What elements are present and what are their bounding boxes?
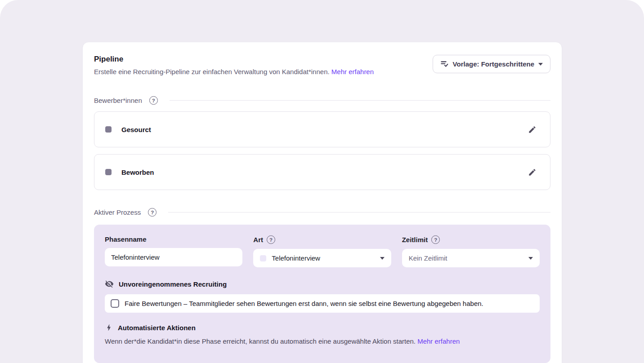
card-header: Pipeline Erstelle eine Recruiting-Pipeli… [94, 55, 550, 75]
fair-reviews-row: Faire Bewertungen – Teammitglieder sehen… [105, 294, 540, 313]
app-background: Pipeline Erstelle eine Recruiting-Pipeli… [0, 0, 644, 363]
phase-type-select[interactable]: Telefoninterview [253, 249, 391, 267]
page-title: Pipeline [94, 55, 374, 64]
page-subtitle: Erstelle eine Recruiting-Pipeline zur ei… [94, 68, 374, 75]
drag-handle-icon[interactable] [105, 169, 112, 175]
time-limit-field: Zeitlimit ? Kein Zeitlimit [402, 235, 540, 267]
section-divider [170, 100, 550, 101]
time-limit-value: Kein Zeitlimit [409, 254, 523, 262]
header-text: Pipeline Erstelle eine Recruiting-Pipeli… [94, 55, 374, 75]
phase-name-field: Phasenname [105, 235, 242, 267]
subtitle-text: Erstelle eine Recruiting-Pipeline zur ei… [94, 68, 330, 75]
lightning-bolt-icon [105, 323, 113, 332]
phase-type-value: Telefoninterview [272, 254, 374, 262]
stage-name: Gesourct [121, 126, 151, 133]
help-icon[interactable]: ? [148, 208, 157, 217]
eye-off-icon [105, 279, 114, 288]
phase-editor-panel: Phasenname Art ? Telefoninterview [94, 225, 550, 363]
phase-type-field: Art ? Telefoninterview [253, 235, 391, 267]
active-process-section-label: Aktiver Prozess [94, 208, 141, 216]
learn-more-link[interactable]: Mehr erfahren [331, 68, 374, 75]
template-select-button[interactable]: Vorlage: Fortgeschrittene [433, 55, 550, 73]
section-applicants: Bewerber*innen ? [94, 96, 550, 105]
pencil-icon [528, 168, 537, 177]
chevron-down-icon [538, 63, 543, 66]
time-limit-label: Zeitlimit ? [402, 235, 540, 244]
list-check-icon [440, 60, 449, 68]
pencil-icon [528, 125, 537, 134]
time-limit-select[interactable]: Kein Zeitlimit [402, 249, 540, 267]
phase-name-label: Phasenname [105, 235, 242, 243]
stage-row-gesourct[interactable]: Gesourct [94, 111, 550, 147]
stage-row-beworben[interactable]: Beworben [94, 154, 550, 190]
help-icon[interactable]: ? [431, 235, 440, 244]
fair-reviews-label: Faire Bewertungen – Teammitglieder sehen… [125, 300, 483, 307]
automated-actions-description: Wenn der*die Kandidat*in diese Phase err… [105, 337, 540, 345]
phase-fields: Phasenname Art ? Telefoninterview [105, 235, 540, 267]
help-icon[interactable]: ? [267, 235, 275, 244]
section-active-process: Aktiver Prozess ? [94, 208, 550, 217]
automated-actions-title: Automatisierte Aktionen [105, 323, 540, 332]
template-button-label: Vorlage: Fortgeschrittene [453, 60, 534, 68]
chevron-down-icon [528, 257, 533, 260]
applicants-section-label: Bewerber*innen [94, 97, 142, 104]
phase-type-label: Art ? [253, 235, 391, 244]
chevron-down-icon [380, 257, 385, 260]
stage-name: Beworben [121, 168, 154, 176]
learn-more-link[interactable]: Mehr erfahren [417, 337, 460, 345]
help-icon[interactable]: ? [149, 96, 158, 105]
edit-stage-button[interactable] [525, 165, 539, 179]
fair-reviews-checkbox[interactable] [111, 299, 119, 308]
unbiased-recruiting-title: Unvoreingenommenes Recruiting [105, 279, 540, 288]
section-divider [168, 212, 550, 212]
edit-stage-button[interactable] [525, 123, 539, 137]
pipeline-card: Pipeline Erstelle eine Recruiting-Pipeli… [82, 42, 562, 363]
phase-name-input[interactable] [105, 248, 242, 266]
drag-handle-icon[interactable] [105, 126, 112, 133]
phase-type-color-icon [260, 255, 266, 261]
